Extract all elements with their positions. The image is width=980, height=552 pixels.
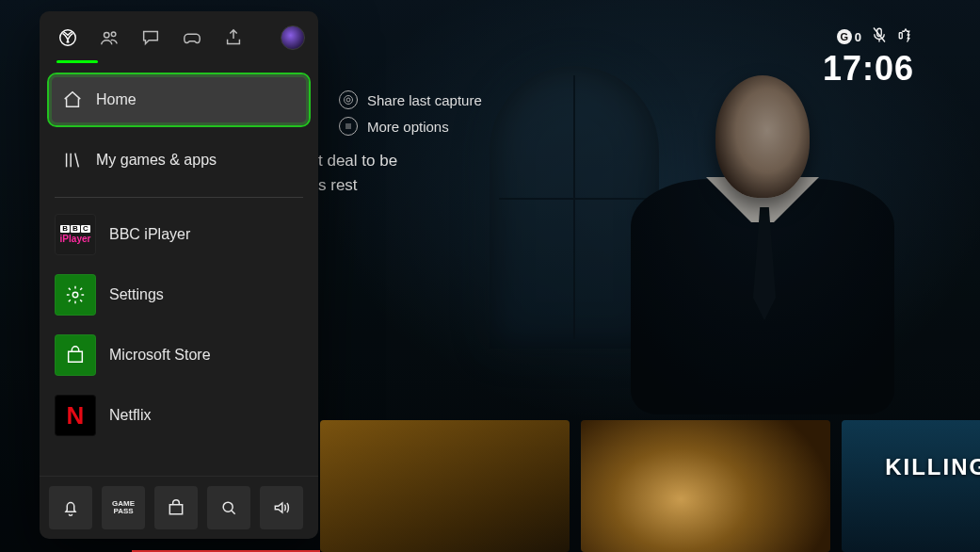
tab-people[interactable] xyxy=(90,19,128,57)
app-bbc-iplayer-label: BBC iPlayer xyxy=(109,226,190,243)
more-options-label: More options xyxy=(367,119,449,135)
svg-rect-3 xyxy=(899,33,902,39)
guide-tabs xyxy=(40,11,318,57)
tab-chat[interactable] xyxy=(132,19,169,57)
store-tile-icon xyxy=(55,334,96,376)
carousel-card-2[interactable]: KILLING EVE xyxy=(842,420,980,552)
divider xyxy=(55,197,303,198)
menu-icon xyxy=(339,117,358,136)
gamerscore-icon: G xyxy=(837,29,852,44)
notifications-button[interactable] xyxy=(49,486,92,529)
app-microsoft-store[interactable]: Microsoft Store xyxy=(49,330,309,381)
mic-muted-icon xyxy=(871,26,888,47)
share-last-capture-label: Share last capture xyxy=(367,92,482,108)
netflix-tile-icon: N xyxy=(55,395,96,436)
power-icon xyxy=(897,26,914,47)
library-icon xyxy=(62,150,83,170)
nav-home-label: Home xyxy=(96,91,137,108)
tab-xbox[interactable] xyxy=(49,19,87,57)
share-last-capture-button[interactable]: Share last capture xyxy=(339,90,482,109)
status-bar: G 0 xyxy=(837,26,914,47)
tab-controller[interactable] xyxy=(173,19,211,57)
svg-point-11 xyxy=(111,32,116,37)
svg-point-4 xyxy=(346,98,350,102)
bbc-iplayer-tile-icon: BBC iPlayer xyxy=(55,214,96,255)
app-settings-label: Settings xyxy=(109,286,164,303)
svg-point-15 xyxy=(72,292,78,298)
svg-point-10 xyxy=(104,33,110,39)
carousel-card-1[interactable] xyxy=(581,420,830,552)
app-bbc-iplayer[interactable]: BBC iPlayer BBC iPlayer xyxy=(49,209,309,260)
svg-point-9 xyxy=(60,30,76,46)
guide-list: Home My games & apps BBC iPlayer BBC iPl… xyxy=(40,69,318,476)
nav-games-apps[interactable]: My games & apps xyxy=(49,135,309,186)
nav-games-apps-label: My games & apps xyxy=(96,152,217,169)
profile-avatar[interactable] xyxy=(281,25,305,50)
svg-point-5 xyxy=(345,96,353,105)
gamerscore-badge: G 0 xyxy=(837,29,861,44)
tab-share[interactable] xyxy=(215,19,252,57)
tab-underline xyxy=(56,60,98,63)
background-text: t deal to be s rest xyxy=(318,149,397,197)
settings-tile-icon xyxy=(55,274,96,316)
app-microsoft-store-label: Microsoft Store xyxy=(109,347,211,364)
svg-line-14 xyxy=(75,154,79,168)
more-options-button[interactable]: More options xyxy=(339,117,482,136)
capture-icon xyxy=(339,90,358,109)
nav-home[interactable]: Home xyxy=(49,74,309,125)
app-settings[interactable]: Settings xyxy=(49,269,309,320)
home-icon xyxy=(62,89,83,110)
content-carousel[interactable]: KILLING EVE EastEnders xyxy=(132,420,980,552)
clock: 17:06 xyxy=(823,49,914,89)
carousel-card-0[interactable] xyxy=(320,420,570,552)
side-options: Share last capture More options xyxy=(339,90,482,136)
gamerscore-value: 0 xyxy=(855,30,861,44)
